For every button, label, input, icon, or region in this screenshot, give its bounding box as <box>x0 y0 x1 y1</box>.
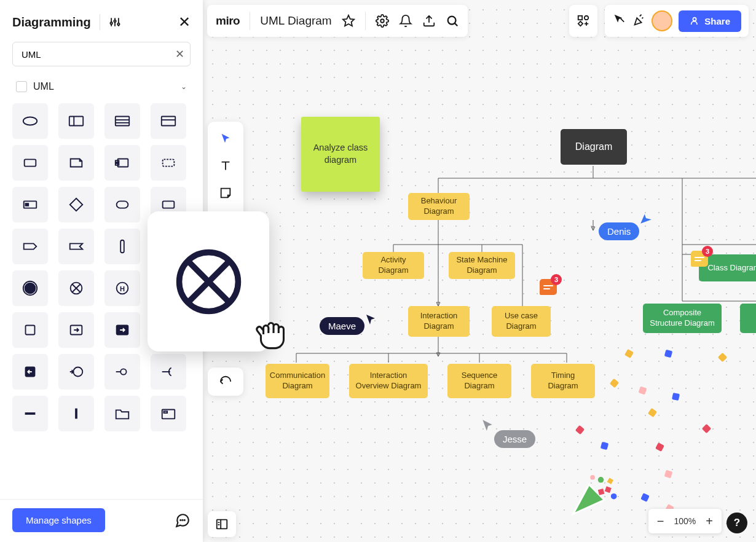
node-interaction-overview[interactable]: Interaction Overview Diagram <box>349 364 428 398</box>
svg-rect-42 <box>164 411 168 413</box>
shape-arrow-right-box[interactable] <box>58 312 94 348</box>
shape-window[interactable] <box>151 396 186 431</box>
shape-tag[interactable] <box>12 229 48 264</box>
svg-point-47 <box>380 19 384 23</box>
divider <box>100 14 100 30</box>
close-icon[interactable]: ✕ <box>178 14 191 31</box>
shape-dashed-rect[interactable] <box>151 145 186 181</box>
node-diagram[interactable]: Diagram <box>561 129 627 165</box>
shape-circle-x[interactable] <box>58 270 94 306</box>
svg-point-84 <box>598 477 604 483</box>
svg-point-22 <box>25 283 36 294</box>
node-timing[interactable]: Timing Diagram <box>531 364 595 398</box>
node-activity[interactable]: Activity Diagram <box>363 252 424 279</box>
svg-point-87 <box>611 493 617 500</box>
sticky-tool[interactable] <box>208 179 243 206</box>
cursor-tool-icon[interactable] <box>612 13 626 29</box>
separator <box>250 12 250 30</box>
shape-arrow-right-filled[interactable] <box>104 312 140 348</box>
gear-icon[interactable] <box>376 14 389 28</box>
shape-line-v[interactable] <box>58 396 94 431</box>
svg-point-35 <box>73 367 82 377</box>
svg-point-36 <box>120 369 126 374</box>
shape-diamond[interactable] <box>58 187 94 222</box>
node-composite[interactable]: Composite Structure Diagram <box>643 304 722 333</box>
shape-container[interactable] <box>58 103 94 139</box>
manage-shapes-button[interactable]: Manage shapes <box>12 508 105 532</box>
node-sequence[interactable]: Sequence Diagram <box>447 364 511 398</box>
avatar[interactable] <box>652 10 672 31</box>
logo[interactable]: miro <box>216 14 240 28</box>
party-popper-icon <box>564 462 623 521</box>
chat-icon[interactable] <box>175 513 191 528</box>
pointer-tool[interactable] <box>208 125 243 152</box>
comment-count: 3 <box>551 274 562 285</box>
shape-bar-v[interactable] <box>104 229 140 264</box>
clear-search-icon[interactable]: ✕ <box>175 47 184 61</box>
node-state-machine[interactable]: State Machine Diagram <box>449 252 515 279</box>
user-label-denis: Denis <box>599 222 639 240</box>
svg-point-43 <box>180 519 181 520</box>
shape-rounded[interactable] <box>104 187 140 222</box>
bell-icon[interactable] <box>399 14 412 28</box>
svg-rect-30 <box>26 326 35 335</box>
shape-interface-required[interactable] <box>151 354 186 390</box>
search-icon[interactable] <box>446 14 459 28</box>
svg-rect-20 <box>120 240 124 253</box>
shape-square[interactable] <box>12 312 48 348</box>
svg-marker-46 <box>343 15 354 26</box>
sidebar-title: Diagramming <box>12 15 91 29</box>
undo-button[interactable] <box>208 367 243 396</box>
svg-point-3 <box>23 117 37 125</box>
svg-rect-9 <box>162 117 175 126</box>
svg-line-52 <box>621 18 624 22</box>
svg-point-53 <box>693 18 696 21</box>
svg-rect-19 <box>163 201 175 208</box>
zoom-controls: − 100% + <box>648 509 722 533</box>
node-partial[interactable] <box>740 304 756 333</box>
node-communication[interactable]: Communication Diagram <box>266 364 329 398</box>
zoom-out-button[interactable]: − <box>657 514 664 528</box>
help-button[interactable]: ? <box>726 513 747 533</box>
svg-point-89 <box>590 475 595 480</box>
text-tool[interactable] <box>208 152 243 179</box>
apps-box[interactable] <box>569 5 597 37</box>
shape-table[interactable] <box>104 103 140 139</box>
shape-target[interactable] <box>58 354 94 390</box>
shape-slot[interactable] <box>12 187 48 222</box>
zoom-level[interactable]: 100% <box>674 516 696 526</box>
comment-badge[interactable]: 3 <box>540 279 557 295</box>
shape-rect[interactable] <box>12 145 48 181</box>
shape-interface[interactable] <box>104 354 140 390</box>
category-row[interactable]: UML ⌄ <box>0 76 203 101</box>
comment-badge[interactable]: 3 <box>691 251 708 267</box>
board-title[interactable]: UML Diagram <box>260 14 332 28</box>
category-checkbox[interactable] <box>16 81 27 92</box>
zoom-in-button[interactable]: + <box>706 514 713 528</box>
shape-line-h[interactable] <box>12 396 48 431</box>
shape-note[interactable] <box>58 145 94 181</box>
svg-text:H: H <box>120 285 125 293</box>
shape-signal[interactable] <box>58 229 94 264</box>
upload-icon[interactable] <box>422 14 436 28</box>
shape-component[interactable] <box>104 145 140 181</box>
search-input[interactable] <box>12 42 191 66</box>
chevron-down-icon[interactable]: ⌄ <box>181 82 187 91</box>
svg-rect-6 <box>116 117 129 126</box>
share-button[interactable]: Share <box>679 10 741 32</box>
node-behaviour[interactable]: Behaviour Diagram <box>408 193 470 220</box>
shape-header-box[interactable] <box>151 103 186 139</box>
sticky-note[interactable]: Analyze class diagram <box>301 117 380 192</box>
node-use-case[interactable]: Use case Diagram <box>492 306 551 337</box>
node-interaction[interactable]: Interaction Diagram <box>408 306 470 337</box>
shape-arrow-left-filled[interactable] <box>12 354 48 390</box>
celebrate-icon[interactable] <box>632 13 645 29</box>
shape-circle-h[interactable]: H <box>104 270 140 306</box>
shape-circle-filled[interactable] <box>12 270 48 306</box>
panel-toggle[interactable] <box>208 511 236 537</box>
shape-ellipse[interactable] <box>12 103 48 139</box>
settings-icon[interactable] <box>109 16 121 28</box>
star-icon[interactable] <box>342 14 355 28</box>
user-label-jesse: Jesse <box>494 430 535 448</box>
shape-folder[interactable] <box>104 396 140 431</box>
